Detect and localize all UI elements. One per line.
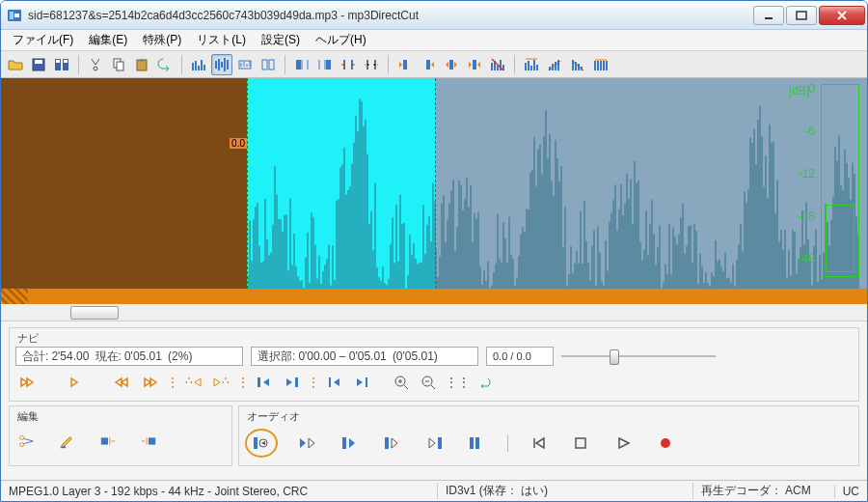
svg-rect-26 bbox=[258, 377, 260, 387]
play-pair5-icon[interactable] bbox=[465, 432, 490, 454]
zoom-in-icon[interactable] bbox=[391, 372, 414, 393]
menu-edit[interactable]: 編集(E) bbox=[81, 30, 135, 50]
view-wave1-icon[interactable] bbox=[188, 54, 209, 75]
play-pair1-icon[interactable] bbox=[295, 432, 320, 454]
svg-rect-39 bbox=[475, 437, 479, 449]
svg-rect-4 bbox=[797, 12, 806, 19]
paste-icon[interactable] bbox=[131, 54, 152, 75]
play-pair3-icon[interactable] bbox=[380, 432, 405, 454]
undo-nav-icon[interactable] bbox=[474, 372, 497, 393]
audio-group: オーディオ bbox=[238, 405, 859, 466]
svg-rect-3 bbox=[765, 17, 773, 19]
svg-rect-27 bbox=[295, 377, 298, 387]
svg-rect-33 bbox=[149, 437, 155, 444]
svg-rect-12 bbox=[117, 62, 123, 70]
nav-rewind-icon[interactable] bbox=[112, 372, 135, 393]
view-wave3-icon[interactable] bbox=[234, 54, 256, 75]
nav-next-dots-icon[interactable]: ∴ bbox=[209, 372, 232, 393]
range-out-icon[interactable] bbox=[338, 54, 359, 75]
undo-icon[interactable] bbox=[154, 54, 176, 75]
nav-forward-fast-icon[interactable] bbox=[139, 372, 162, 393]
wave-region-selected bbox=[247, 78, 436, 289]
skip-next-icon[interactable] bbox=[350, 372, 373, 393]
titlebar: sid=681237&s=2514b2ca6d4d3cc2560c743b039… bbox=[1, 1, 867, 30]
fade-down-icon[interactable] bbox=[567, 54, 588, 75]
marker-in-icon[interactable] bbox=[441, 54, 462, 75]
gain-marker: 0.0 bbox=[230, 138, 247, 149]
svg-rect-14 bbox=[140, 59, 144, 62]
nav-rewind-fast-icon[interactable] bbox=[15, 372, 39, 393]
record-icon[interactable] bbox=[653, 432, 678, 454]
db-scale: 0 -6 -12 -18 -48 bbox=[799, 82, 815, 289]
play-from-cue-icon[interactable] bbox=[249, 432, 274, 454]
cue-next-icon[interactable] bbox=[280, 372, 303, 393]
waveform-display[interactable]: 0.0 [dB] 0 -6 -12 -18 -48 bbox=[1, 78, 867, 289]
menu-settings[interactable]: 設定(S) bbox=[254, 30, 308, 50]
maximize-button[interactable] bbox=[786, 6, 817, 25]
svg-rect-34 bbox=[254, 437, 258, 449]
open-icon[interactable] bbox=[5, 54, 26, 75]
marker-right-icon[interactable] bbox=[418, 54, 439, 75]
nav-group: ナビ 合計: 2'54.00 現在: 0'05.01 (2%) 選択部: 0'0… bbox=[9, 327, 859, 402]
save-split-icon[interactable] bbox=[51, 54, 72, 75]
svg-rect-21 bbox=[426, 60, 430, 70]
svg-rect-17 bbox=[269, 60, 274, 70]
svg-point-30 bbox=[20, 435, 24, 439]
stop-icon[interactable] bbox=[568, 432, 593, 454]
status-format: MPEG1.0 Layer 3 - 192 kbps - 44 kHz - Jo… bbox=[9, 485, 414, 498]
nav-forward-icon[interactable] bbox=[64, 372, 87, 393]
play-pair2-icon[interactable] bbox=[338, 432, 363, 454]
svg-rect-6 bbox=[35, 60, 42, 64]
region2-icon[interactable] bbox=[314, 54, 336, 75]
range-in-icon[interactable] bbox=[361, 54, 382, 75]
play-pair4-icon[interactable] bbox=[422, 432, 448, 454]
wave-region-left: 0.0 bbox=[1, 78, 247, 289]
svg-rect-35 bbox=[342, 437, 346, 449]
highlight-ring bbox=[245, 429, 278, 458]
edit-trim-left-icon[interactable] bbox=[96, 431, 120, 452]
nav-prev-dots-icon[interactable]: ∴ bbox=[182, 372, 205, 393]
view-wave4-icon[interactable] bbox=[258, 54, 279, 75]
fade-up-icon[interactable] bbox=[544, 54, 565, 75]
svg-rect-38 bbox=[470, 437, 474, 449]
horizontal-scrollbar[interactable] bbox=[1, 304, 867, 321]
view-wave2-icon[interactable] bbox=[211, 54, 232, 75]
zoom-out-icon[interactable] bbox=[418, 372, 441, 393]
menu-file[interactable]: ファイル(F) bbox=[5, 30, 81, 50]
wave-region-rest: [dB] 0 -6 -12 -18 -48 bbox=[436, 78, 867, 289]
edit-scissors-icon[interactable] bbox=[15, 431, 39, 452]
minimize-button[interactable] bbox=[753, 6, 784, 25]
marker-left-icon[interactable] bbox=[394, 54, 416, 75]
save-icon[interactable] bbox=[28, 54, 49, 75]
marker-clear-icon[interactable] bbox=[487, 54, 508, 75]
overview-strip[interactable] bbox=[1, 289, 867, 304]
region1-icon[interactable] bbox=[291, 54, 312, 75]
copy-icon[interactable] bbox=[108, 54, 129, 75]
play-icon[interactable] bbox=[610, 432, 636, 454]
skip-back-icon[interactable] bbox=[526, 432, 551, 454]
edit-pencil-icon[interactable] bbox=[56, 431, 79, 452]
svg-rect-37 bbox=[438, 437, 442, 449]
cue-prev-icon[interactable] bbox=[253, 372, 276, 393]
svg-rect-10 bbox=[64, 60, 68, 63]
svg-rect-23 bbox=[473, 60, 476, 70]
cut-icon[interactable] bbox=[85, 54, 106, 75]
close-button[interactable] bbox=[819, 6, 865, 25]
svg-rect-32 bbox=[101, 437, 108, 444]
app-icon bbox=[7, 8, 22, 23]
svg-rect-2 bbox=[14, 14, 19, 17]
edit-trim-right-icon[interactable] bbox=[137, 431, 160, 452]
menu-list[interactable]: リスト(L) bbox=[189, 30, 254, 50]
statusbar: MPEG1.0 Layer 3 - 192 kbps - 44 kHz - Jo… bbox=[1, 480, 867, 501]
readout-total: 合計: 2'54.00 現在: 0'05.01 (2%) bbox=[15, 347, 243, 366]
skip-prev-icon[interactable] bbox=[323, 372, 346, 393]
edit-group: 編集 bbox=[9, 405, 232, 466]
menu-special[interactable]: 特殊(P) bbox=[135, 30, 189, 50]
normalize-icon[interactable] bbox=[590, 54, 611, 75]
svg-rect-19 bbox=[326, 60, 331, 70]
gain-icon[interactable] bbox=[521, 54, 542, 75]
menu-help[interactable]: ヘルプ(H) bbox=[308, 30, 374, 50]
position-slider[interactable] bbox=[561, 348, 716, 365]
marker-out-icon[interactable] bbox=[464, 54, 485, 75]
svg-rect-40 bbox=[576, 438, 585, 448]
